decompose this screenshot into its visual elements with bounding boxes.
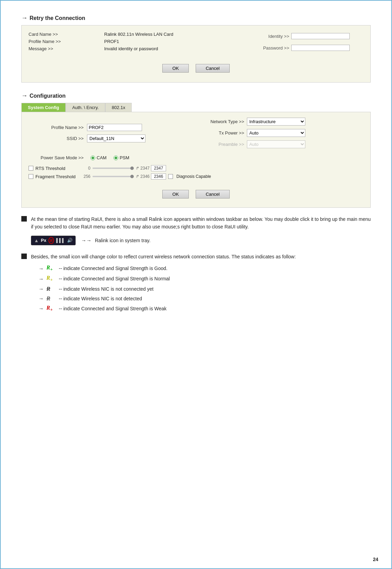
tab-auth-encry[interactable]: Auth. \ Encry. — [66, 103, 105, 112]
cam-radio[interactable]: CAM — [90, 155, 107, 160]
bullet-section-2: Besides, the small icon will change colo… — [21, 253, 371, 312]
fragment-checkbox[interactable] — [29, 174, 33, 179]
network-type-select[interactable]: Infrastructure — [247, 118, 305, 126]
rts-checkbox[interactable] — [29, 166, 33, 171]
arrow-icon: → — [21, 14, 28, 22]
config-cancel-button[interactable]: Cancel — [196, 190, 229, 198]
tray-r-icon: R — [48, 237, 54, 244]
tray-px: Px — [41, 238, 46, 243]
tx-power-select[interactable]: Auto — [247, 129, 305, 137]
power-save-label: Power Save Mode >> — [29, 155, 84, 160]
preamble-row: Preamble >> Auto — [199, 140, 363, 148]
ssid-select[interactable]: Default_11N — [87, 135, 145, 142]
password-input[interactable] — [291, 45, 350, 51]
status-text-4: -- indicate Connected and Signal Strengt… — [59, 306, 166, 311]
fragment-slider[interactable] — [92, 176, 134, 177]
status-icon-4: R+ — [46, 305, 56, 312]
status-icon-0: R+ — [46, 265, 56, 272]
bullet-square-2 — [21, 254, 27, 259]
tray-signal-icon: ▌▌▌ — [56, 238, 65, 243]
tray-speaker-icon: 🔊 — [67, 238, 73, 243]
status-item-3: → R -- indicate Wireless NIC is not dete… — [39, 295, 371, 302]
status-arrow-1: → — [39, 276, 44, 282]
power-save-radio-group: CAM PSM — [90, 155, 129, 160]
psm-radio-dot[interactable] — [113, 155, 118, 160]
retry-panel: Card Name >> Ralink 802.11n Wireless LAN… — [21, 25, 371, 83]
config-tabs: System Config Auth. \ Encry. 802.1x Prof… — [21, 103, 371, 208]
preamble-select[interactable]: Auto — [247, 140, 305, 148]
password-row: Password >> — [255, 45, 350, 51]
config-buttons: OK Cancel — [29, 190, 363, 198]
status-icon-2: R — [46, 286, 56, 292]
status-item-2: → R -- indicate Wireless NIC is not conn… — [39, 286, 371, 292]
tx-power-row: Tx Power >> Auto — [199, 129, 363, 137]
status-item-1: → R+ -- indicate Connected and Signal St… — [39, 275, 371, 282]
card-name-row: Card Name >> Ralink 802.11n Wireless LAN… — [29, 32, 173, 37]
status-item-0: → R+ -- indicate Connected and Signal St… — [39, 265, 371, 272]
network-type-row: Network Type >> Infrastructure — [199, 118, 363, 126]
bullet-item-1: At the mean time of starting RaUI, there… — [21, 215, 371, 231]
status-arrow-0: → — [39, 266, 44, 271]
tray-label-arrow: →→ — [81, 237, 91, 243]
config-ok-button[interactable]: OK — [162, 190, 189, 198]
retry-cancel-button[interactable]: Cancel — [196, 64, 229, 73]
tray-label: Ralink icon in system tray. — [95, 238, 151, 243]
retry-buttons: OK Cancel — [29, 64, 363, 73]
status-icon-3: R — [46, 295, 56, 302]
bullet-section-1: At the mean time of starting RaUI, there… — [21, 215, 371, 245]
status-icon-1: R+ — [46, 275, 56, 282]
tab-system-config[interactable]: System Config — [21, 103, 66, 112]
status-text-2: -- indicate Wireless NIC is not connecte… — [59, 286, 153, 292]
tray-row: ▲ Px R ▌▌▌ 🔊 →→ Ralink icon in system tr… — [31, 236, 371, 245]
psm-radio[interactable]: PSM — [113, 155, 129, 160]
config-arrow-icon: → — [21, 92, 28, 99]
fragment-value-box[interactable]: 2346 — [151, 173, 166, 180]
status-arrow-2: → — [39, 286, 44, 292]
bullet-square-1 — [21, 216, 27, 222]
page-number: 24 — [373, 557, 378, 562]
tray-bar: ▲ Px R ▌▌▌ 🔊 — [31, 236, 76, 245]
rts-threshold-row: RTS Threshold 0 ↱ 2347 2347 — [29, 165, 363, 171]
diagnosis-check[interactable]: Diagnosis Capable — [168, 174, 211, 179]
status-arrow-4: → — [39, 305, 44, 311]
profile-name-row: Profile Name >> PROF1 — [29, 39, 173, 44]
message-row: Message >> Invalid identity or password — [29, 46, 173, 51]
bullet-item-2: Besides, the small icon will change colo… — [21, 253, 371, 260]
retry-ok-button[interactable]: OK — [162, 64, 189, 73]
ssid-config-row: SSID >> Default_11N — [29, 135, 193, 142]
profile-name-config-input[interactable] — [87, 124, 142, 131]
status-text-3: -- indicate Wireless NIC is not detected — [59, 296, 142, 301]
identity-row: Identity >> — [255, 33, 350, 39]
status-arrow-3: → — [39, 296, 44, 301]
tray-arrow-icon: ▲ — [34, 238, 39, 243]
status-text-1: -- indicate Connected and Signal Strengt… — [59, 276, 170, 281]
profile-name-config-row: Profile Name >> — [29, 124, 193, 131]
tab-8021x[interactable]: 802.1x — [105, 103, 132, 112]
config-section-title: → Configuration — [21, 92, 371, 99]
rts-value-box[interactable]: 2347 — [151, 165, 166, 171]
retry-section-title: → Retry the Connection — [21, 14, 371, 22]
status-list: → R+ -- indicate Connected and Signal St… — [39, 265, 371, 312]
identity-input[interactable] — [291, 33, 350, 39]
status-item-4: → R+ -- indicate Connected and Signal St… — [39, 305, 371, 312]
fragment-threshold-row: Fragment Threshold 256 ↱ 2346 2346 Diagn… — [29, 173, 363, 180]
status-text-0: -- indicate Connected and Signal Strengt… — [59, 266, 167, 271]
cam-radio-dot[interactable] — [90, 155, 95, 160]
rts-slider[interactable] — [92, 168, 134, 169]
config-content: Profile Name >> SSID >> Default_11N Netw… — [21, 112, 371, 208]
diagnosis-checkbox[interactable] — [168, 174, 173, 179]
